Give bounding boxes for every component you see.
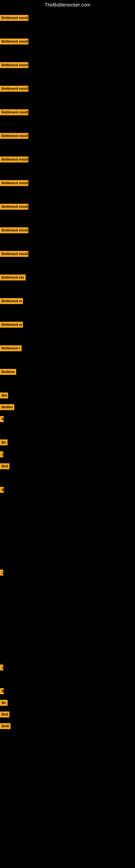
bottleneck-badge: | bbox=[0, 664, 3, 671]
bottleneck-item[interactable]: B bbox=[0, 487, 4, 493]
bottleneck-badge: | bbox=[0, 569, 3, 576]
bottleneck-item[interactable]: Bo bbox=[0, 700, 8, 706]
bottleneck-item[interactable]: Bot bbox=[0, 393, 8, 399]
bottleneck-badge: Bottleneck result bbox=[0, 251, 28, 257]
bottleneck-badge: Bott bbox=[0, 463, 9, 469]
bottleneck-badge: Bottleneck result bbox=[0, 227, 28, 233]
bottleneck-badge: Bo bbox=[0, 439, 8, 445]
bottleneck-item[interactable]: | bbox=[0, 452, 3, 457]
bottleneck-item[interactable]: Bottlen bbox=[0, 404, 14, 410]
bottleneck-item[interactable]: Bottleneck result bbox=[0, 204, 28, 210]
bottleneck-item[interactable]: Bottleneck result bbox=[0, 15, 28, 21]
bottleneck-badge: Bottleneck re bbox=[0, 322, 23, 328]
bottleneck-badge: Bo bbox=[0, 700, 8, 706]
bottleneck-badge: Bottleneck result bbox=[0, 62, 28, 68]
bottleneck-item[interactable]: | bbox=[0, 569, 3, 576]
bottleneck-badge: Bottlen bbox=[0, 404, 14, 410]
site-title: TheBottlenecker.com bbox=[0, 0, 135, 10]
bottleneck-badge: Bottl bbox=[0, 723, 10, 729]
bottleneck-badge: Bot bbox=[0, 393, 8, 399]
bottleneck-item[interactable]: Bottleneck re bbox=[0, 298, 23, 304]
bottleneck-item[interactable]: Bottlene bbox=[0, 369, 16, 375]
bottleneck-item[interactable]: Bottleneck result bbox=[0, 86, 28, 92]
bottleneck-badge: Bottleneck result bbox=[0, 156, 28, 162]
bottleneck-badge: Bottleneck result bbox=[0, 133, 28, 139]
bottleneck-item[interactable]: Bottleneck result bbox=[0, 62, 28, 68]
bottleneck-item[interactable]: Bottleneck result bbox=[0, 38, 28, 44]
bottleneck-item[interactable]: Bottleneck re bbox=[0, 322, 23, 328]
bottleneck-badge: Bottleneck r bbox=[0, 345, 21, 351]
bottleneck-item[interactable]: Bottleneck result bbox=[0, 156, 28, 162]
bottleneck-badge: Bottleneck result bbox=[0, 109, 28, 115]
bottleneck-item[interactable]: Bo bbox=[0, 439, 8, 445]
bottleneck-item[interactable]: Bottleneck result bbox=[0, 251, 28, 257]
bottleneck-item[interactable]: Bottleneck result bbox=[0, 133, 28, 139]
bottleneck-item[interactable]: | bbox=[0, 664, 3, 671]
bottleneck-badge: Bott bbox=[0, 712, 9, 717]
bottleneck-badge: Bottlene bbox=[0, 369, 16, 375]
bottleneck-badge: Bottleneck res bbox=[0, 275, 26, 280]
bottleneck-badge: B bbox=[0, 416, 4, 422]
bottleneck-badge: Bottleneck result bbox=[0, 86, 28, 92]
bottleneck-item[interactable]: Bottleneck result bbox=[0, 227, 28, 233]
bottleneck-badge: Bottleneck result bbox=[0, 15, 28, 21]
bottleneck-badge: | bbox=[0, 452, 3, 457]
bottleneck-item[interactable]: Bott bbox=[0, 463, 9, 469]
bottleneck-badge: Bottleneck result bbox=[0, 204, 28, 210]
bottleneck-item[interactable]: Bottleneck res bbox=[0, 275, 26, 280]
bottleneck-item[interactable]: Bottleneck r bbox=[0, 345, 21, 351]
bottleneck-item[interactable]: Bott bbox=[0, 712, 9, 717]
bottleneck-badge: B bbox=[0, 688, 4, 694]
bottleneck-item[interactable]: B bbox=[0, 416, 4, 422]
bottleneck-badge: Bottleneck re bbox=[0, 298, 23, 304]
bottleneck-badge: Bottleneck result bbox=[0, 38, 28, 44]
bottleneck-badge: B bbox=[0, 487, 4, 493]
bottleneck-item[interactable]: Bottl bbox=[0, 723, 10, 729]
bottleneck-item[interactable]: B bbox=[0, 688, 4, 694]
bottleneck-badge: Bottleneck result bbox=[0, 180, 28, 186]
bottleneck-item[interactable]: Bottleneck result bbox=[0, 180, 28, 186]
bottleneck-item[interactable]: Bottleneck result bbox=[0, 109, 28, 115]
